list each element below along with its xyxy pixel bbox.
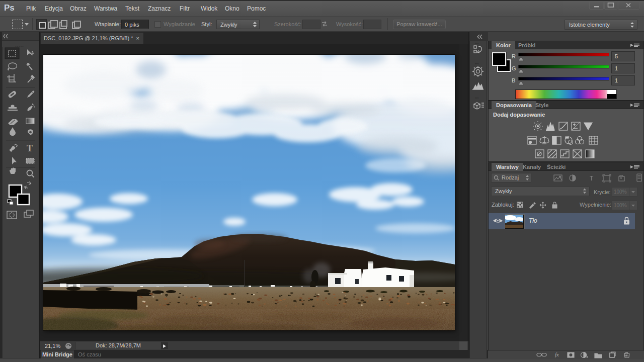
svg-text:▪▪▪: ▪▪▪ bbox=[475, 96, 479, 100]
svg-text:▪▪▪: ▪▪▪ bbox=[475, 62, 479, 65]
svg-text:T: T bbox=[590, 175, 594, 182]
svg-text:T: T bbox=[27, 143, 33, 153]
svg-text:Rodzaj: Rodzaj bbox=[502, 174, 519, 180]
svg-text:Zwykły: Zwykły bbox=[495, 188, 512, 194]
svg-text:fx: fx bbox=[555, 351, 559, 357]
svg-text:▪▪▪: ▪▪▪ bbox=[475, 41, 479, 45]
